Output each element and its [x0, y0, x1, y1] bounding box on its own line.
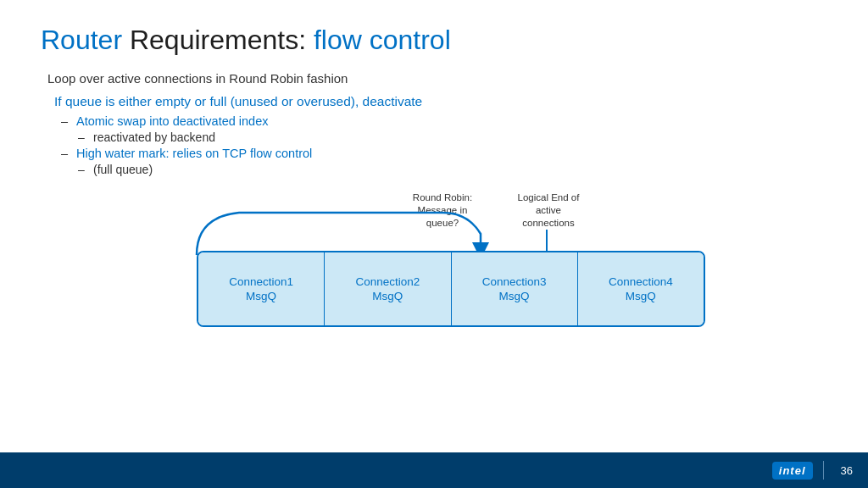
sub-bullet-item-2: (full queue) [78, 163, 827, 176]
blue-heading: If queue is either empty or full (unused… [54, 94, 827, 109]
title-part2: Requirements: [122, 25, 314, 55]
sub-bullet-list-1: reactivated by backend [78, 130, 827, 144]
connection3-line1: Connection3 [482, 275, 547, 288]
intel-logo: intel [772, 462, 813, 480]
sub-bullet-list-2: (full queue) [78, 163, 827, 176]
connection1-line1: Connection1 [229, 275, 293, 288]
slide: Router Requirements: flow control Loop o… [0, 0, 868, 488]
connection4-line1: Connection4 [609, 275, 673, 288]
slide-title: Router Requirements: flow control [41, 24, 827, 56]
connection2-line1: Connection2 [355, 275, 420, 288]
sub-bullet-item-1: reactivated by backend [78, 130, 827, 144]
bullet-item-1: Atomic swap into deactivated index [61, 114, 827, 128]
content-area: Router Requirements: flow control Loop o… [0, 0, 868, 452]
connections-box: Connection1 MsgQ Connection2 MsgQ Connec… [197, 251, 705, 327]
connection1-cell: Connection1 MsgQ [198, 252, 325, 325]
title-router: Router [41, 25, 122, 55]
connection2-line2: MsgQ [372, 290, 403, 302]
diagram-inner: Round Robin:Message inqueue? Logical End… [154, 191, 714, 348]
label-logical-end: Logical End ofactiveconnections [506, 191, 591, 230]
bullet-list-2: High water mark: relies on TCP flow cont… [61, 147, 827, 160]
connection4-cell: Connection4 MsgQ [578, 252, 704, 325]
slide-number: 36 [841, 464, 853, 477]
connection3-cell: Connection3 MsgQ [452, 252, 578, 325]
connection2-cell: Connection2 MsgQ [325, 252, 451, 325]
connection1-line2: MsgQ [246, 290, 276, 302]
title-flow-control: flow control [314, 25, 451, 55]
diagram-container: Round Robin:Message inqueue? Logical End… [41, 191, 827, 348]
bullet-list-1: Atomic swap into deactivated index [61, 114, 827, 128]
bullet-item-2: High water mark: relies on TCP flow cont… [61, 147, 827, 160]
footer-divider [823, 461, 824, 480]
connection4-line2: MsgQ [626, 290, 656, 302]
subtitle-text: Loop over active connections in Round Ro… [47, 71, 827, 86]
footer-bar: intel 36 [0, 452, 868, 488]
connection3-line2: MsgQ [499, 290, 530, 302]
